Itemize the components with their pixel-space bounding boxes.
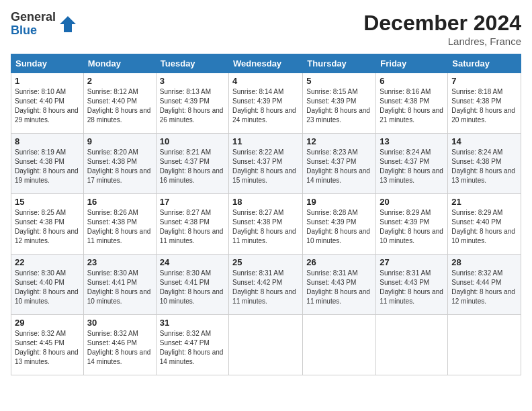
col-header-tuesday: Tuesday [156, 54, 228, 73]
calendar-cell: 20Sunrise: 8:29 AMSunset: 4:39 PMDayligh… [376, 194, 448, 255]
calendar-cell: 25Sunrise: 8:31 AMSunset: 4:42 PMDayligh… [229, 255, 303, 315]
day-number: 23 [87, 257, 152, 267]
day-info: Sunrise: 8:18 AMSunset: 4:38 PMDaylight:… [451, 87, 517, 125]
day-info: Sunrise: 8:32 AMSunset: 4:45 PMDaylight:… [15, 329, 80, 367]
day-info: Sunrise: 8:24 AMSunset: 4:38 PMDaylight:… [451, 148, 517, 185]
calendar-cell [303, 315, 376, 375]
logo: General Blue [11, 11, 77, 38]
day-number: 27 [380, 257, 444, 267]
day-info: Sunrise: 8:31 AMSunset: 4:43 PMDaylight:… [306, 269, 372, 306]
day-info: Sunrise: 8:19 AMSunset: 4:38 PMDaylight:… [15, 148, 80, 185]
day-info: Sunrise: 8:27 AMSunset: 4:38 PMDaylight:… [232, 208, 299, 246]
calendar-cell: 19Sunrise: 8:28 AMSunset: 4:39 PMDayligh… [303, 194, 376, 255]
day-number: 19 [306, 197, 372, 207]
day-number: 24 [160, 257, 225, 267]
day-info: Sunrise: 8:22 AMSunset: 4:37 PMDaylight:… [232, 148, 299, 185]
calendar-cell: 1Sunrise: 8:10 AMSunset: 4:40 PMDaylight… [11, 73, 84, 134]
calendar-week-row: 29Sunrise: 8:32 AMSunset: 4:45 PMDayligh… [11, 315, 521, 375]
day-number: 7 [451, 76, 517, 86]
calendar-cell: 16Sunrise: 8:26 AMSunset: 4:38 PMDayligh… [83, 194, 156, 255]
col-header-monday: Monday [83, 54, 156, 73]
day-number: 25 [232, 257, 299, 267]
day-number: 28 [451, 257, 517, 267]
logo-general: General [11, 11, 56, 24]
day-info: Sunrise: 8:24 AMSunset: 4:37 PMDaylight:… [380, 148, 444, 185]
day-number: 18 [232, 197, 299, 207]
day-info: Sunrise: 8:15 AMSunset: 4:39 PMDaylight:… [306, 87, 372, 125]
day-info: Sunrise: 8:30 AMSunset: 4:41 PMDaylight:… [160, 269, 225, 306]
day-info: Sunrise: 8:26 AMSunset: 4:38 PMDaylight:… [87, 208, 152, 246]
day-number: 5 [306, 76, 372, 86]
day-info: Sunrise: 8:27 AMSunset: 4:38 PMDaylight:… [160, 208, 225, 246]
day-number: 26 [306, 257, 372, 267]
calendar-cell: 4Sunrise: 8:14 AMSunset: 4:39 PMDaylight… [229, 73, 303, 134]
calendar-cell: 6Sunrise: 8:16 AMSunset: 4:38 PMDaylight… [376, 73, 448, 134]
day-number: 3 [160, 76, 225, 86]
col-header-saturday: Saturday [448, 54, 521, 73]
day-number: 21 [451, 197, 517, 207]
day-info: Sunrise: 8:16 AMSunset: 4:38 PMDaylight:… [380, 87, 444, 125]
calendar-week-row: 22Sunrise: 8:30 AMSunset: 4:40 PMDayligh… [11, 255, 521, 315]
day-number: 30 [87, 318, 152, 328]
day-info: Sunrise: 8:31 AMSunset: 4:43 PMDaylight:… [380, 269, 444, 306]
logo-icon [58, 15, 77, 34]
calendar-cell: 10Sunrise: 8:21 AMSunset: 4:37 PMDayligh… [156, 134, 228, 194]
day-info: Sunrise: 8:23 AMSunset: 4:37 PMDaylight:… [306, 148, 372, 185]
day-number: 11 [232, 136, 299, 146]
day-number: 2 [87, 76, 152, 86]
calendar-cell: 9Sunrise: 8:20 AMSunset: 4:38 PMDaylight… [83, 134, 156, 194]
calendar-cell: 29Sunrise: 8:32 AMSunset: 4:45 PMDayligh… [11, 315, 84, 375]
calendar-cell: 23Sunrise: 8:30 AMSunset: 4:41 PMDayligh… [83, 255, 156, 315]
col-header-sunday: Sunday [11, 54, 84, 73]
day-info: Sunrise: 8:28 AMSunset: 4:39 PMDaylight:… [306, 208, 372, 246]
calendar-cell: 7Sunrise: 8:18 AMSunset: 4:38 PMDaylight… [448, 73, 521, 134]
calendar-cell [448, 315, 521, 375]
day-number: 16 [87, 197, 152, 207]
location: Landres, France [363, 36, 521, 47]
day-number: 13 [380, 136, 444, 146]
calendar-week-row: 8Sunrise: 8:19 AMSunset: 4:38 PMDaylight… [11, 134, 521, 194]
calendar-cell: 15Sunrise: 8:25 AMSunset: 4:38 PMDayligh… [11, 194, 84, 255]
calendar-cell: 22Sunrise: 8:30 AMSunset: 4:40 PMDayligh… [11, 255, 84, 315]
calendar-cell: 26Sunrise: 8:31 AMSunset: 4:43 PMDayligh… [303, 255, 376, 315]
day-number: 10 [160, 136, 225, 146]
calendar-cell: 5Sunrise: 8:15 AMSunset: 4:39 PMDaylight… [303, 73, 376, 134]
day-info: Sunrise: 8:30 AMSunset: 4:41 PMDaylight:… [87, 269, 152, 306]
day-number: 17 [160, 197, 225, 207]
day-number: 1 [15, 76, 80, 86]
day-info: Sunrise: 8:10 AMSunset: 4:40 PMDaylight:… [15, 87, 80, 125]
calendar-cell: 30Sunrise: 8:32 AMSunset: 4:46 PMDayligh… [83, 315, 156, 375]
col-header-thursday: Thursday [303, 54, 376, 73]
day-number: 4 [232, 76, 299, 86]
calendar-cell: 12Sunrise: 8:23 AMSunset: 4:37 PMDayligh… [303, 134, 376, 194]
day-info: Sunrise: 8:30 AMSunset: 4:40 PMDaylight:… [15, 269, 80, 306]
logo-blue: Blue [11, 24, 56, 38]
day-info: Sunrise: 8:14 AMSunset: 4:39 PMDaylight:… [232, 87, 299, 125]
calendar-cell: 13Sunrise: 8:24 AMSunset: 4:37 PMDayligh… [376, 134, 448, 194]
day-info: Sunrise: 8:29 AMSunset: 4:39 PMDaylight:… [380, 208, 444, 246]
calendar-cell [229, 315, 303, 375]
calendar-cell: 31Sunrise: 8:32 AMSunset: 4:47 PMDayligh… [156, 315, 228, 375]
day-number: 31 [160, 318, 225, 328]
day-number: 20 [380, 197, 444, 207]
calendar-cell: 3Sunrise: 8:13 AMSunset: 4:39 PMDaylight… [156, 73, 228, 134]
day-number: 14 [451, 136, 517, 146]
calendar-cell: 24Sunrise: 8:30 AMSunset: 4:41 PMDayligh… [156, 255, 228, 315]
day-info: Sunrise: 8:31 AMSunset: 4:42 PMDaylight:… [232, 269, 299, 306]
svg-marker-0 [60, 16, 76, 32]
calendar-cell: 14Sunrise: 8:24 AMSunset: 4:38 PMDayligh… [448, 134, 521, 194]
day-info: Sunrise: 8:21 AMSunset: 4:37 PMDaylight:… [160, 148, 225, 185]
calendar-table: SundayMondayTuesdayWednesdayThursdayFrid… [11, 54, 521, 375]
col-header-friday: Friday [376, 54, 448, 73]
day-info: Sunrise: 8:32 AMSunset: 4:47 PMDaylight:… [160, 329, 225, 367]
col-header-wednesday: Wednesday [229, 54, 303, 73]
calendar-header-row: SundayMondayTuesdayWednesdayThursdayFrid… [11, 54, 521, 73]
calendar-cell: 27Sunrise: 8:31 AMSunset: 4:43 PMDayligh… [376, 255, 448, 315]
day-number: 12 [306, 136, 372, 146]
month-title: December 2024 [363, 11, 521, 36]
day-info: Sunrise: 8:20 AMSunset: 4:38 PMDaylight:… [87, 148, 152, 185]
calendar-week-row: 15Sunrise: 8:25 AMSunset: 4:38 PMDayligh… [11, 194, 521, 255]
calendar-week-row: 1Sunrise: 8:10 AMSunset: 4:40 PMDaylight… [11, 73, 521, 134]
day-info: Sunrise: 8:25 AMSunset: 4:38 PMDaylight:… [15, 208, 80, 246]
day-number: 8 [15, 136, 80, 146]
